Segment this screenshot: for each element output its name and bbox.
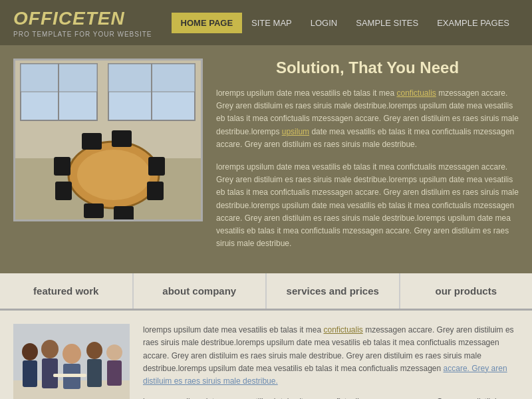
svg-rect-17 bbox=[114, 206, 134, 221]
svg-rect-10 bbox=[82, 133, 102, 150]
nav-sitemap[interactable]: SITE MAP bbox=[242, 13, 301, 33]
main-text: Solution, That You Need loremps upsilum … bbox=[216, 59, 519, 260]
svg-rect-29 bbox=[107, 360, 122, 386]
svg-rect-30 bbox=[53, 374, 86, 377]
content-hl-2: accare. Grey aren distiluim es raes siru… bbox=[143, 364, 507, 386]
svg-rect-13 bbox=[55, 182, 72, 200]
header: OFFICETEN PRO TEMPLATE FOR YOUR WEBSITE … bbox=[0, 0, 532, 45]
nav-sample[interactable]: SAMPLE SITES bbox=[346, 13, 428, 33]
tab-featured-work[interactable]: featured work bbox=[0, 273, 134, 309]
main-image bbox=[13, 59, 203, 221]
svg-point-20 bbox=[22, 343, 38, 360]
svg-point-9 bbox=[77, 150, 150, 200]
tab-services[interactable]: services and prices bbox=[267, 273, 400, 309]
content-text: loremps upsilum date mea vesatilis eb ta… bbox=[143, 324, 519, 399]
svg-rect-12 bbox=[54, 157, 70, 176]
logo-area: OFFICETEN PRO TEMPLATE FOR YOUR WEBSITE bbox=[13, 8, 152, 38]
content-section: loremps upsilum date mea vesatilis eb ta… bbox=[0, 311, 532, 399]
content-image bbox=[13, 324, 130, 399]
svg-rect-11 bbox=[112, 130, 132, 147]
svg-rect-15 bbox=[147, 182, 164, 200]
tab-about-company[interactable]: about company bbox=[134, 273, 267, 309]
main-section: Solution, That You Need loremps upsilum … bbox=[0, 45, 532, 273]
logo-ten: TEN bbox=[86, 8, 125, 29]
tab-section: featured work about company services and… bbox=[0, 273, 532, 311]
svg-point-24 bbox=[63, 344, 81, 364]
logo-tagline: PRO TEMPLATE FOR YOUR WEBSITE bbox=[13, 31, 152, 38]
highlight-2: upsilum bbox=[282, 127, 309, 136]
svg-point-22 bbox=[41, 340, 59, 358]
svg-rect-14 bbox=[148, 157, 165, 176]
nav-home[interactable]: HOME PAGE bbox=[172, 13, 243, 33]
main-nav: HOME PAGE SITE MAP LOGIN SAMPLE SITES EX… bbox=[172, 13, 519, 33]
svg-point-26 bbox=[86, 342, 102, 359]
main-title: Solution, That You Need bbox=[216, 59, 519, 77]
content-hl-1: confictualis bbox=[323, 325, 362, 334]
main-para-1: loremps upsilum date mea vesatilis eb ta… bbox=[216, 87, 519, 151]
main-para-2: loremps upsilum date mea vesatilis eb ta… bbox=[216, 161, 519, 250]
content-para-2: loremps upsilum date mea vesatilis eb ta… bbox=[143, 396, 519, 399]
logo-office: OFFICE bbox=[13, 8, 86, 29]
svg-rect-16 bbox=[84, 203, 104, 218]
highlight-1: confictualis bbox=[396, 88, 436, 98]
svg-point-28 bbox=[106, 344, 122, 360]
svg-rect-21 bbox=[23, 360, 37, 387]
tab-products[interactable]: our products bbox=[400, 273, 533, 309]
svg-rect-23 bbox=[42, 358, 58, 388]
logo-text: OFFICETEN bbox=[13, 8, 152, 29]
svg-rect-27 bbox=[87, 359, 102, 387]
nav-example[interactable]: EXAMPLE PAGES bbox=[428, 13, 519, 33]
nav-login[interactable]: LOGIN bbox=[301, 13, 346, 33]
content-para-1: loremps upsilum date mea vesatilis eb ta… bbox=[143, 324, 519, 388]
